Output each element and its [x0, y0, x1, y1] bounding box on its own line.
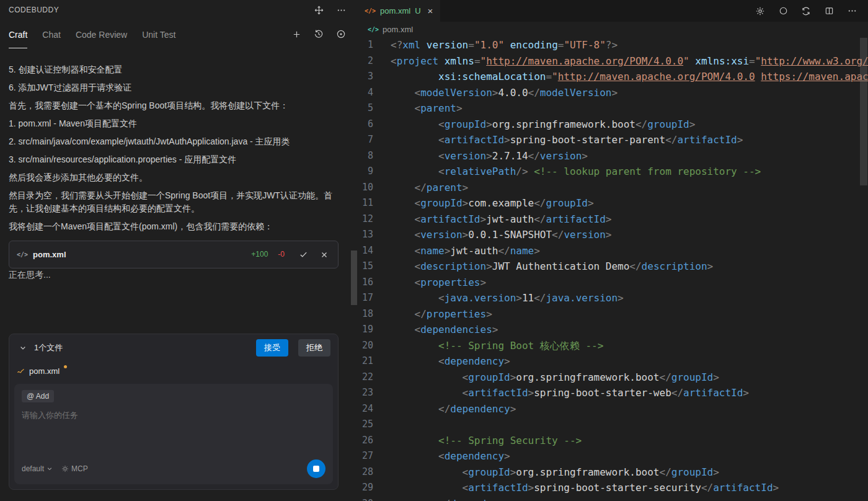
code-icon: </>	[17, 248, 28, 261]
line-number: 17	[357, 290, 391, 306]
chevron-down-icon[interactable]	[17, 342, 29, 354]
code-line[interactable]: 9 <relativePath/> <!-- lookup parent fro…	[357, 164, 868, 180]
tab-pom-xml[interactable]: </> pom.xml U ×	[357, 0, 440, 22]
code-line[interactable]: 19 <dependencies>	[357, 322, 868, 338]
add-context-chip[interactable]: @ Add	[22, 390, 54, 402]
prompt-placeholder[interactable]: 请输入你的任务	[22, 410, 326, 421]
code-line[interactable]: 11 <groupId>com.example</groupId>	[357, 195, 868, 211]
code-line[interactable]: 26 <!-- Spring Security -->	[357, 433, 868, 449]
code-line[interactable]: 8 <version>2.7.14</version>	[357, 148, 868, 164]
line-content: <properties>	[391, 275, 868, 291]
code-line[interactable]: 1<?xml version="1.0" encoding="UTF-8"?>	[357, 37, 868, 53]
additions-count: +100	[251, 248, 268, 261]
line-number: 7	[357, 132, 391, 148]
more-icon[interactable]	[335, 4, 347, 16]
mcp-button[interactable]: MCP	[61, 464, 88, 473]
line-number: 5	[357, 100, 391, 117]
dismiss-x-icon[interactable]	[318, 249, 330, 261]
circle-icon[interactable]	[777, 5, 789, 17]
panel-title: CODEBUDDY	[9, 6, 59, 14]
line-content: </dependency>	[391, 401, 868, 417]
accept-check-icon[interactable]	[297, 249, 309, 261]
code-line[interactable]: 7 <artifactId>spring-boot-starter-parent…	[357, 132, 868, 148]
more-icon[interactable]	[846, 5, 858, 17]
model-selector[interactable]: default	[22, 464, 53, 473]
gear-icon[interactable]	[754, 5, 766, 17]
modified-dot	[64, 365, 67, 368]
code-line[interactable]: 16 <properties>	[357, 275, 868, 291]
code-line[interactable]: 23 <artifactId>spring-boot-starter-web</…	[357, 385, 868, 401]
code-line[interactable]: 6 <groupId>org.springframework.boot</gro…	[357, 117, 868, 133]
tab-code-review[interactable]: Code Review	[76, 20, 127, 48]
line-content: <dependency>	[391, 448, 868, 464]
code-line[interactable]: 10 </parent>	[357, 180, 868, 196]
code-line[interactable]: 15 <description>JWT Authentication Demo<…	[357, 259, 868, 275]
code-line[interactable]: 13 <version>0.0.1-SNAPSHOT</version>	[357, 227, 868, 243]
code-line[interactable]: 22 <groupId>org.springframework.boot</gr…	[357, 370, 868, 386]
close-tab-icon[interactable]: ×	[428, 6, 433, 16]
code-line[interactable]: 29 <artifactId>spring-boot-starter-secur…	[357, 480, 868, 496]
code-line[interactable]: 4 <modelVersion>4.0.0</modelVersion>	[357, 85, 868, 101]
code-area[interactable]: 1<?xml version="1.0" encoding="UTF-8"?>2…	[357, 37, 868, 501]
new-chat-icon[interactable]	[290, 28, 303, 40]
tab-craft[interactable]: Craft	[9, 20, 27, 48]
line-content: <version>2.7.14</version>	[391, 148, 868, 164]
line-content: <dependency>	[391, 353, 868, 370]
accept-all-button[interactable]: 接受	[256, 339, 288, 357]
code-line[interactable]: 25	[357, 417, 868, 433]
history-icon[interactable]	[312, 28, 325, 40]
code-line[interactable]: 14 <name>jwt-auth</name>	[357, 243, 868, 259]
tab-chat[interactable]: Chat	[42, 20, 61, 48]
code-line[interactable]: 30 </dependency>	[357, 496, 868, 501]
code-line[interactable]: 28 <groupId>org.springframework.boot</gr…	[357, 464, 868, 481]
prompt-input-card[interactable]: @ Add 请输入你的任务 default MCP	[14, 384, 333, 484]
code-line[interactable]: 2<project xmlns="http://maven.apache.org…	[357, 53, 868, 69]
code-line[interactable]: 21 <dependency>	[357, 353, 868, 370]
chat-message: 然目录为空，我们需要从头开始创建一个Spring Boot项目，并实现JWT认证…	[9, 189, 339, 215]
model-name: default	[22, 464, 44, 473]
file-change-card[interactable]: </> pom.xml +100 -0	[9, 241, 339, 268]
code-line[interactable]: 17 <java.version>11</java.version>	[357, 290, 868, 306]
line-content: </parent>	[391, 180, 868, 196]
panel-header: CODEBUDDY	[0, 0, 357, 20]
deletions-count: -0	[278, 248, 285, 261]
line-number: 19	[357, 322, 391, 338]
code-line[interactable]: 12 <artifactId>jwt-auth</artifactId>	[357, 211, 868, 228]
chat-scroll-area[interactable]: 5. 创建认证控制器和安全配置6. 添加JWT过滤器用于请求验证首先，我需要创建…	[0, 48, 357, 334]
line-content: <artifactId>spring-boot-starter-security…	[391, 480, 868, 496]
stop-send-button[interactable]	[307, 459, 326, 478]
line-number: 22	[357, 370, 391, 386]
split-editor-icon[interactable]	[823, 5, 835, 17]
scrollbar-thumb[interactable]	[860, 38, 867, 185]
line-number: 11	[357, 195, 391, 211]
panel-scrollbar[interactable]	[351, 0, 357, 501]
code-line[interactable]: 24 </dependency>	[357, 401, 868, 417]
editor-area: </> pom.xml U ×	[357, 0, 868, 501]
thinking-status: 正在思考...	[9, 268, 339, 282]
code-line[interactable]: 3 xsi:schemaLocation="http://maven.apach…	[357, 69, 868, 85]
code-line[interactable]: 27 <dependency>	[357, 448, 868, 464]
line-content: </dependency>	[391, 496, 868, 501]
line-content: <name>jwt-auth</name>	[391, 243, 868, 259]
target-icon[interactable]	[335, 28, 347, 40]
chat-message: 3. src/main/resources/application.proper…	[9, 153, 339, 166]
line-number: 2	[357, 53, 391, 69]
code-line[interactable]: 5 <parent>	[357, 100, 868, 117]
line-content: <artifactId>spring-boot-starter-parent</…	[391, 132, 868, 148]
line-number: 29	[357, 480, 391, 496]
scrollbar-thumb[interactable]	[351, 250, 357, 305]
line-number: 15	[357, 259, 391, 275]
changed-file-row[interactable]: pom.xml	[9, 361, 338, 380]
sync-icon[interactable]	[800, 5, 812, 17]
breadcrumb[interactable]: </> pom.xml	[357, 22, 868, 37]
tab-unit-test[interactable]: Unit Test	[142, 20, 175, 48]
mcp-label: MCP	[71, 464, 88, 473]
editor-tabbar: </> pom.xml U ×	[357, 0, 868, 22]
code-line[interactable]: 20 <!-- Spring Boot 核心依赖 -->	[357, 338, 868, 354]
line-number: 12	[357, 211, 391, 228]
expand-icon[interactable]	[312, 4, 325, 16]
editor-scrollbar[interactable]	[859, 22, 868, 501]
line-content: <artifactId>spring-boot-starter-web</art…	[391, 385, 868, 401]
reject-all-button[interactable]: 拒绝	[298, 339, 330, 357]
code-line[interactable]: 18 </properties>	[357, 306, 868, 322]
